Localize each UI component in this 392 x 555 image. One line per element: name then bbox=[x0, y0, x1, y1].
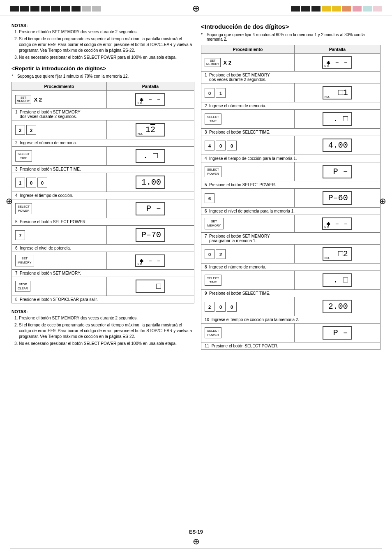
table-row: 4 Ingrese el tiempo de cocción para la m… bbox=[201, 155, 380, 162]
notes-bottom: NOTAS: Presione el botón SET MEMORY dos … bbox=[12, 309, 194, 347]
table-row: SELECTPOWER P – bbox=[201, 162, 380, 181]
left-instruction-table: Procedimiento Pantalla SETMEMORY X 2 bbox=[12, 82, 194, 303]
right-row7-disp: ✱ – – NO. bbox=[294, 215, 380, 233]
table-row: SETMEMORY X 2 ✱ – – NO. bbox=[201, 54, 380, 72]
left-step5-desc: 5 Presione el botón SELECT POWER. bbox=[12, 218, 194, 226]
note-top-3: No es necesario presionar el botón SELEC… bbox=[19, 55, 194, 60]
top-bar-left bbox=[10, 6, 101, 12]
left-row5-proc: SELECTPOWER bbox=[12, 199, 107, 218]
left-row4-disp: 1.00 bbox=[106, 173, 194, 192]
left-row6-proc: 7 bbox=[12, 226, 107, 245]
right-instruction-table: Procedimiento Pantalla SETMEMORY X 2 bbox=[201, 45, 380, 350]
right-row6-proc: 6 bbox=[201, 189, 295, 208]
left-row1-proc: SETMEMORY X 2 bbox=[12, 91, 107, 109]
right-step10-desc: 10 Ingrese el tiempo de cocción para la … bbox=[201, 316, 380, 324]
right-row5-proc: SELECTPOWER bbox=[201, 162, 295, 181]
left-row7-disp: ✱ – – NO. bbox=[106, 252, 194, 270]
left-table-col1: Procedimiento bbox=[12, 82, 107, 91]
table-row: 9 Presione el botón SELECT TIME. bbox=[201, 290, 380, 297]
right-row2-disp: □1 NO. bbox=[294, 83, 380, 102]
left-row2-proc: 2 2 bbox=[12, 120, 107, 139]
right-step1-desc: 1 Presione el botón SET MEMORY dos veces… bbox=[201, 72, 380, 83]
notes-top: NOTAS: Presione el botón SET MEMORY dos … bbox=[12, 23, 194, 60]
table-row: 6 Ingrese el nivel de potencia para la m… bbox=[201, 208, 380, 215]
left-step1-desc: 1 Presione el botón SET MEMORY dos veces… bbox=[12, 109, 194, 120]
right-row2-proc: 0 1 bbox=[201, 83, 295, 102]
right-row3-disp: . □ bbox=[294, 110, 380, 129]
table-row: 1 0 0 1.00 bbox=[12, 173, 194, 192]
left-row4-proc: 1 0 0 bbox=[12, 173, 107, 192]
right-section-heading: <Introducción de dos dígitos> bbox=[201, 23, 380, 30]
right-step11-desc: 11 Presione el botón SELECT POWER. bbox=[201, 342, 380, 350]
right-step5-desc: 5 Presione el botón SELECT POWER. bbox=[201, 181, 380, 189]
table-row: 1 Presione el botón SET MEMORY dos veces… bbox=[12, 109, 194, 120]
table-row: 4 0 0 4.00 bbox=[201, 136, 380, 155]
right-row4-proc: 4 0 0 bbox=[201, 136, 295, 155]
table-row: 7 Presione el botón SET MEMORY para grab… bbox=[201, 233, 380, 245]
top-bar-right bbox=[291, 6, 382, 12]
left-row7-proc: SETMEMORY bbox=[12, 252, 107, 270]
right-step6-desc: 6 Ingrese el nivel de potencia para la m… bbox=[201, 208, 380, 215]
table-row: 8 Presione el botón STOP/CLEAR para sali… bbox=[12, 296, 194, 303]
note-bottom-1: Presione el botón SET MEMORY dos veces d… bbox=[19, 315, 194, 321]
note-bottom-3: No es necesario presionar el botón SELEC… bbox=[19, 341, 194, 347]
left-step6-desc: 6 Ingrese el nivel de potencia. bbox=[12, 245, 194, 252]
left-table-col2: Pantalla bbox=[106, 82, 194, 91]
right-section-subtext: * Suponga que quiere fijar 4 minutos al … bbox=[201, 32, 380, 42]
left-step8-desc: 8 Presione el botón STOP/CLEAR para sali… bbox=[12, 296, 194, 303]
table-row: 5 Presione el botón SELECT POWER. bbox=[12, 218, 194, 226]
right-row9-disp: . □ bbox=[294, 271, 380, 290]
table-row: 7 Presione el botón SET MEMORY. bbox=[12, 270, 194, 277]
note-top-1: Presione el botón SET MEMORY dos veces d… bbox=[19, 29, 194, 35]
right-row10-disp: 2.00 bbox=[294, 297, 380, 316]
table-row: 2 Ingrese el número de memoria. bbox=[201, 102, 380, 110]
right-row1-disp: ✱ – – NO. bbox=[294, 54, 380, 72]
right-step7-desc: 7 Presione el botón SET MEMORY para grab… bbox=[201, 233, 380, 245]
right-row5-disp: P – bbox=[294, 162, 380, 181]
right-table-col1: Procedimiento bbox=[201, 45, 295, 54]
right-row8-proc: 0 2 bbox=[201, 245, 295, 264]
left-row2-disp: 12 NO. bbox=[106, 120, 194, 139]
table-row: SELECTTIME . □ bbox=[201, 110, 380, 129]
notes-top-title: NOTAS: bbox=[12, 23, 194, 28]
bottom-section: ES-19 ⊕ bbox=[0, 529, 392, 548]
left-row8-proc: STOPCLEAR bbox=[12, 277, 107, 296]
left-row5-disp: P – bbox=[106, 199, 194, 218]
table-row: 8 Ingrese el número de memoria. bbox=[201, 264, 380, 271]
page-number: ES-19 bbox=[189, 529, 203, 535]
table-row: SELECTTIME . □ bbox=[12, 147, 194, 166]
table-row: 4 Ingrese el tiempo de cocción. bbox=[12, 192, 194, 199]
table-row: 1 Presione el botón SET MEMORY dos veces… bbox=[201, 72, 380, 83]
table-row: 6 Ingrese el nivel de potencia. bbox=[12, 245, 194, 252]
left-section-subtext: * Suponga que quiere fijar 1 minuto al 7… bbox=[12, 74, 194, 79]
table-row: 11 Presione el botón SELECT POWER. bbox=[201, 342, 380, 350]
left-row3-proc: SELECTTIME bbox=[12, 147, 107, 166]
bottom-crosshair: ⊕ bbox=[193, 537, 200, 546]
right-step4-desc: 4 Ingrese el tiempo de cocción para la m… bbox=[201, 155, 380, 162]
right-row3-proc: SELECTTIME bbox=[201, 110, 295, 129]
table-row: 0 2 □2 NO. bbox=[201, 245, 380, 264]
table-row: 7 P–70 bbox=[12, 226, 194, 245]
right-column: <Introducción de dos dígitos> * Suponga … bbox=[201, 23, 380, 350]
left-step7-desc: 7 Presione el botón SET MEMORY. bbox=[12, 270, 194, 277]
right-row7-proc: SETMEMORY bbox=[201, 215, 295, 233]
notes-bottom-title: NOTAS: bbox=[12, 309, 194, 314]
right-step8-desc: 8 Ingrese el número de memoria. bbox=[201, 264, 380, 271]
left-row3-disp: . □ bbox=[106, 147, 194, 166]
table-row: SETMEMORY ✱ – – NO. bbox=[12, 252, 194, 270]
table-row: SELECTPOWER P – bbox=[201, 324, 380, 342]
table-row: 2 2 12 NO. bbox=[12, 120, 194, 139]
left-column: NOTAS: Presione el botón SET MEMORY dos … bbox=[12, 23, 194, 350]
table-row: SELECTTIME . □ bbox=[201, 271, 380, 290]
left-step4-desc: 4 Ingrese el tiempo de cocción. bbox=[12, 192, 194, 199]
right-table-col2: Pantalla bbox=[294, 45, 380, 54]
table-row: 3 Presione el botón SELECT TIME. bbox=[12, 166, 194, 173]
table-row: SETMEMORY X 2 ✱ – – NO. bbox=[12, 91, 194, 109]
right-row1-proc: SETMEMORY X 2 bbox=[201, 54, 295, 72]
table-row: 2 Ingrese el número de memoria. bbox=[12, 139, 194, 147]
note-bottom-2: Si el tiempo de cocción programado es su… bbox=[19, 322, 194, 340]
left-step2-desc: 2 Ingrese el número de memoria. bbox=[12, 139, 194, 147]
right-step9-desc: 9 Presione el botón SELECT TIME. bbox=[201, 290, 380, 297]
right-row8-disp: □2 NO. bbox=[294, 245, 380, 264]
right-side-mark: ⊕ bbox=[379, 196, 386, 206]
